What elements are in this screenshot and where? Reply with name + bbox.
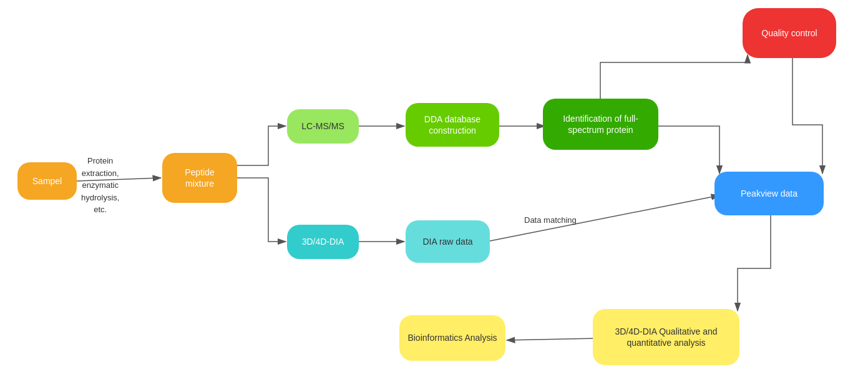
node-dia-3d4d: 3D/4D-DIA — [287, 225, 359, 259]
node-lc-ms: LC-MS/MS — [287, 109, 359, 144]
node-dda-database: DDA database construction — [406, 103, 499, 147]
workflow-diagram: Proteinextraction,enzymatichydrolysis,et… — [0, 0, 868, 392]
node-quality-control: Quality control — [743, 8, 836, 58]
node-qualitative: 3D/4D-DIA Qualitative and quantitative a… — [593, 309, 739, 365]
node-sampel: Sampel — [17, 162, 77, 200]
svg-line-7 — [507, 338, 598, 340]
node-bioinformatics: Bioinformatics Analysis — [399, 315, 505, 361]
node-peptide-mixture: Peptide mixture — [162, 153, 237, 203]
node-identification: Identification of full-spectrum protein — [543, 99, 658, 150]
data-matching-label: Data matching — [524, 215, 577, 225]
node-peakview: Peakview data — [714, 172, 824, 215]
protein-extraction-label: Proteinextraction,enzymatichydrolysis,et… — [81, 155, 119, 216]
svg-line-6 — [487, 195, 719, 242]
node-dia-raw: DIA raw data — [406, 220, 490, 263]
